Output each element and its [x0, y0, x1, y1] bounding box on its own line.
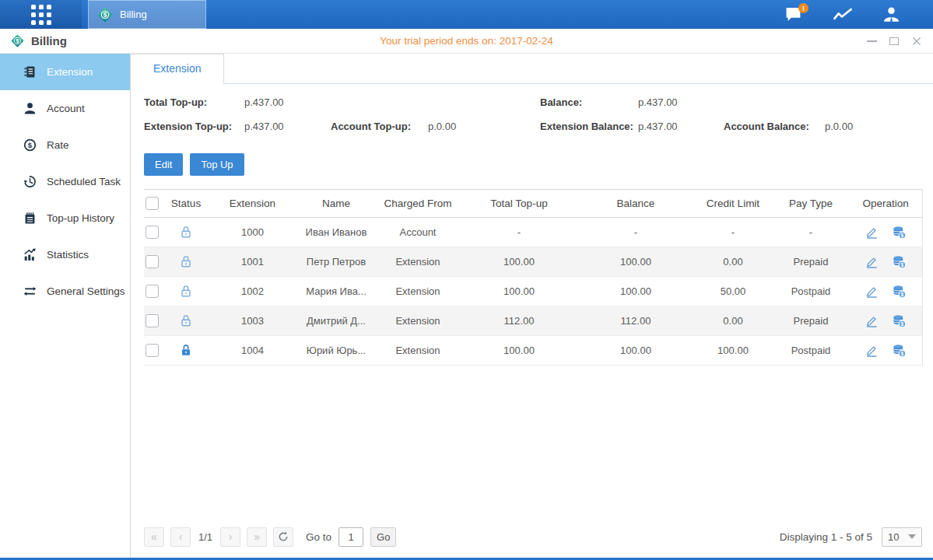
close-icon[interactable]	[911, 36, 922, 47]
topup-coins-icon[interactable]: $	[893, 314, 906, 327]
col-credit-limit: Credit Limit	[694, 190, 772, 218]
next-page-button[interactable]: ›	[220, 527, 240, 547]
cell-pay-type: Prepaid	[772, 247, 850, 277]
cell-total-topup: 112.00	[461, 306, 577, 336]
app-grid-icon[interactable]	[31, 5, 51, 25]
prev-page-button[interactable]: ‹	[170, 527, 191, 547]
extension-topup-value: p.437.00	[244, 121, 284, 132]
maximize-icon[interactable]	[889, 36, 900, 47]
goto-page-input[interactable]	[338, 527, 363, 547]
page-indicator: 1/1	[198, 531, 212, 543]
last-page-button[interactable]: »	[247, 527, 267, 547]
cell-charged-from: Extension	[375, 306, 461, 336]
account-topup-label: Account Top-up:	[331, 121, 411, 132]
statistics-button[interactable]	[833, 7, 853, 22]
balance-value: p.437.00	[638, 96, 678, 108]
table-header-row: Status Extension Name Charged From Total…	[144, 190, 922, 218]
edit-pencil-icon[interactable]	[865, 344, 879, 357]
edit-pencil-icon[interactable]	[865, 226, 879, 239]
col-extension: Extension	[208, 190, 297, 218]
cell-pay-type: Prepaid	[772, 306, 850, 336]
sidebar-item-extension[interactable]: Extension	[0, 54, 130, 90]
sidebar-item-rate[interactable]: $ Rate	[0, 127, 130, 163]
refresh-button[interactable]	[273, 527, 293, 547]
user-icon	[882, 6, 900, 23]
billing-diamond-icon-small: $	[10, 33, 25, 48]
svg-text:$: $	[901, 321, 904, 327]
cell-balance: 112.00	[577, 306, 694, 336]
cell-extension: 1000	[208, 218, 297, 247]
unlocked-icon[interactable]	[180, 226, 192, 239]
first-page-icon: «	[151, 530, 157, 543]
sidebar-item-general-settings[interactable]: General Settings	[0, 273, 130, 310]
cell-name: Юрий Юрь...	[297, 336, 375, 366]
cell-balance: 100.00	[577, 247, 694, 277]
unlocked-icon[interactable]	[180, 285, 192, 298]
tab-extension[interactable]: Extension	[131, 54, 224, 84]
topup-coins-icon[interactable]: $	[893, 255, 906, 268]
sidebar-item-scheduled-task[interactable]: Scheduled Task	[0, 163, 130, 200]
cell-name: Петр Петров	[297, 247, 375, 277]
cell-balance: 100.00	[577, 336, 694, 366]
account-balance-value: p.0.00	[825, 121, 853, 132]
billing-diamond-icon: $	[96, 6, 114, 23]
locked-icon[interactable]	[180, 344, 192, 357]
user-menu-button[interactable]	[882, 6, 900, 23]
window-titlebar: $ Billing Your trial period ends on: 201…	[0, 29, 933, 54]
bar-chart-icon	[23, 248, 37, 261]
extension-table: Status Extension Name Charged From Total…	[144, 189, 923, 366]
svg-text:$: $	[901, 262, 904, 268]
row-checkbox[interactable]	[146, 226, 159, 239]
topup-coins-icon[interactable]: $	[893, 226, 906, 239]
table-row: 1004 Юрий Юрь... Extension 100.00 100.00…	[144, 336, 922, 366]
sidebar-item-topup-history[interactable]: Top-up History	[0, 200, 130, 236]
account-balance-label: Account Balance:	[724, 121, 809, 132]
row-checkbox[interactable]	[146, 285, 159, 298]
edit-pencil-icon[interactable]	[865, 255, 879, 268]
minimize-icon[interactable]	[866, 36, 877, 47]
svg-text:$: $	[901, 292, 904, 298]
notification-badge: !	[798, 3, 808, 13]
edit-button[interactable]: Edit	[144, 153, 183, 176]
line-chart-icon	[833, 7, 853, 22]
chat-button[interactable]: !	[784, 6, 803, 23]
app-launcher-area	[0, 0, 82, 29]
cell-extension: 1003	[208, 306, 297, 336]
unlocked-icon[interactable]	[180, 314, 192, 327]
row-checkbox[interactable]	[146, 255, 159, 268]
svg-text:$: $	[901, 351, 904, 357]
notebook-icon	[23, 212, 37, 225]
last-page-icon: »	[254, 530, 260, 543]
trial-notice: Your trial period ends on: 2017-02-24	[380, 29, 552, 53]
cell-balance: -	[577, 218, 694, 247]
sidebar-item-statistics[interactable]: Statistics	[0, 236, 130, 273]
row-checkbox[interactable]	[146, 344, 159, 357]
topup-coins-icon[interactable]: $	[893, 344, 906, 357]
topup-coins-icon[interactable]: $	[893, 285, 906, 298]
cell-extension: 1001	[208, 247, 297, 277]
select-all-checkbox[interactable]	[146, 197, 159, 210]
cell-extension: 1004	[208, 336, 297, 366]
ledger-icon	[23, 65, 37, 79]
taskbar-item-billing[interactable]: $ Billing	[88, 0, 206, 29]
refresh-icon	[278, 531, 289, 542]
taskbar-item-label: Billing	[120, 9, 147, 20]
cell-credit-limit: 0.00	[694, 247, 772, 277]
extension-balance-label: Extension Balance:	[540, 121, 633, 132]
go-button[interactable]: Go	[370, 527, 396, 547]
cell-total-topup: 100.00	[461, 336, 577, 366]
row-checkbox[interactable]	[146, 314, 159, 327]
chevron-down-icon	[908, 534, 916, 539]
topup-button[interactable]: Top Up	[190, 153, 244, 176]
edit-pencil-icon[interactable]	[865, 314, 879, 327]
edit-pencil-icon[interactable]	[865, 285, 879, 298]
cell-pay-type: Postpaid	[772, 336, 850, 366]
prev-page-icon: ‹	[179, 530, 183, 543]
sidebar-item-label: General Settings	[47, 285, 125, 297]
first-page-button[interactable]: «	[144, 527, 164, 547]
total-topup-value: p.437.00	[244, 96, 284, 108]
unlocked-icon[interactable]	[180, 255, 192, 268]
taskbar: $ Billing !	[0, 0, 933, 29]
sidebar-item-account[interactable]: Account	[0, 90, 130, 127]
page-size-select[interactable]: 10	[882, 527, 922, 547]
